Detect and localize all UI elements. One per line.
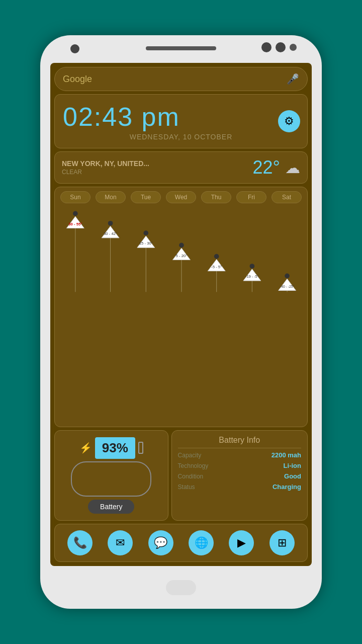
battery-condition-row: Condition Good bbox=[178, 472, 301, 480]
svg-point-25 bbox=[285, 274, 290, 279]
battery-technology-row: Technology Li-ion bbox=[178, 462, 301, 469]
weather-temperature: 22° bbox=[253, 157, 280, 178]
status-key: Status bbox=[178, 484, 195, 491]
battery-status-row: Status Charging bbox=[178, 483, 301, 491]
svg-text:-19 - -5°: -19 - -5° bbox=[245, 274, 258, 279]
battery-widget: ⚡ 93% Battery bbox=[54, 430, 168, 521]
svg-point-22 bbox=[250, 264, 255, 269]
cloud-icon: ☁ bbox=[285, 159, 300, 177]
camera-left bbox=[70, 44, 79, 53]
weather-condition: CLEAR bbox=[62, 169, 149, 176]
forecast-day-mon: Mon bbox=[96, 191, 126, 203]
battery-info-title: Battery Info bbox=[178, 436, 301, 448]
forecast-days-row: Sun Mon Tue Wed Thu Fri Sat bbox=[58, 191, 304, 203]
phone-outer: Google 🎤 02:43 pm WEDNESDAY, 10 OCTOBER … bbox=[40, 35, 322, 609]
svg-point-10 bbox=[108, 221, 113, 226]
forecast-day-sun: Sun bbox=[60, 191, 90, 203]
technology-val: Li-ion bbox=[284, 462, 301, 469]
svg-point-19 bbox=[214, 254, 219, 259]
clock-widget: 02:43 pm WEDNESDAY, 10 OCTOBER ⚙ bbox=[54, 94, 308, 148]
dock-apps-icon[interactable]: ⊞ bbox=[269, 530, 295, 555]
battery-percent: 93% bbox=[95, 437, 135, 459]
phone-bottom bbox=[166, 566, 196, 609]
dock-phone-icon[interactable]: 📞 bbox=[67, 530, 93, 555]
mic-icon[interactable]: 🎤 bbox=[287, 73, 299, 85]
phone-screen: Google 🎤 02:43 pm WEDNESDAY, 10 OCTOBER … bbox=[50, 63, 312, 566]
camera-small bbox=[290, 44, 297, 51]
svg-point-7 bbox=[73, 211, 78, 216]
svg-text:30 - 55°: 30 - 55° bbox=[68, 222, 82, 226]
search-bar[interactable]: Google 🎤 bbox=[54, 67, 308, 91]
forecast-widget: Sun Mon Tue Wed Thu Fri Sat bbox=[54, 187, 308, 427]
dock-video-icon[interactable]: ▶ bbox=[229, 530, 254, 555]
svg-text:5 - 20°: 5 - 20° bbox=[176, 254, 188, 258]
condition-key: Condition bbox=[178, 473, 204, 480]
condition-val: Good bbox=[284, 472, 301, 480]
capacity-key: Capacity bbox=[178, 452, 202, 459]
dock-messages-icon[interactable]: 💬 bbox=[148, 530, 173, 555]
svg-point-13 bbox=[143, 230, 148, 235]
capacity-val: 2200 mah bbox=[272, 451, 301, 459]
battery-label[interactable]: Battery bbox=[88, 500, 134, 514]
battery-info-widget: Battery Info Capacity 2200 mah Technolog… bbox=[171, 430, 308, 521]
svg-text:-5 - 5°: -5 - 5° bbox=[211, 265, 222, 269]
status-val: Charging bbox=[273, 483, 301, 491]
svg-point-16 bbox=[179, 243, 184, 248]
battery-display: ⚡ 93% bbox=[79, 437, 143, 459]
forecast-day-thu: Thu bbox=[201, 191, 231, 203]
settings-button[interactable]: ⚙ bbox=[278, 110, 300, 132]
charging-icon: ⚡ bbox=[79, 442, 92, 454]
dock: 📞 ✉ 💬 🌐 ▶ ⊞ bbox=[54, 524, 308, 562]
forecast-day-sat: Sat bbox=[272, 191, 302, 203]
bottom-widgets: ⚡ 93% Battery Battery Info Capacity 2200… bbox=[54, 430, 308, 521]
svg-text:-40 - -25°: -40 - -25° bbox=[280, 285, 295, 288]
forecast-chart: 30 - 55° 30 - 42° 15 - 30° 5 - 20° -5 - … bbox=[58, 205, 304, 296]
svg-text:30 - 42°: 30 - 42° bbox=[104, 231, 117, 236]
gear-icon: ⚙ bbox=[284, 115, 294, 128]
weather-city: NEW YORK, NY, UNITED... bbox=[62, 159, 149, 168]
battery-outline bbox=[71, 461, 151, 497]
phone-top-bar bbox=[40, 35, 322, 63]
weather-widget: NEW YORK, NY, UNITED... CLEAR 22° ☁ bbox=[54, 151, 308, 184]
weather-left: NEW YORK, NY, UNITED... CLEAR bbox=[62, 159, 149, 176]
dock-mail-icon[interactable]: ✉ bbox=[108, 530, 133, 555]
clock-time: 02:43 pm bbox=[63, 102, 180, 132]
camera-right-group bbox=[261, 42, 297, 52]
technology-key: Technology bbox=[178, 462, 209, 469]
home-button[interactable] bbox=[166, 580, 196, 595]
dock-browser-icon[interactable]: 🌐 bbox=[189, 530, 214, 555]
forecast-day-fri: Fri bbox=[236, 191, 266, 203]
svg-text:15 - 30°: 15 - 30° bbox=[139, 241, 153, 246]
search-text: Google bbox=[63, 74, 92, 85]
forecast-day-wed: Wed bbox=[166, 191, 196, 203]
camera-circle-2 bbox=[276, 42, 286, 52]
battery-terminal bbox=[138, 442, 143, 454]
speaker bbox=[146, 46, 216, 50]
battery-capacity-row: Capacity 2200 mah bbox=[178, 451, 301, 459]
weather-right: 22° ☁ bbox=[253, 157, 300, 178]
clock-date: WEDNESDAY, 10 OCTOBER bbox=[130, 133, 233, 141]
forecast-day-tue: Tue bbox=[131, 191, 161, 203]
camera-circle-1 bbox=[261, 42, 272, 52]
